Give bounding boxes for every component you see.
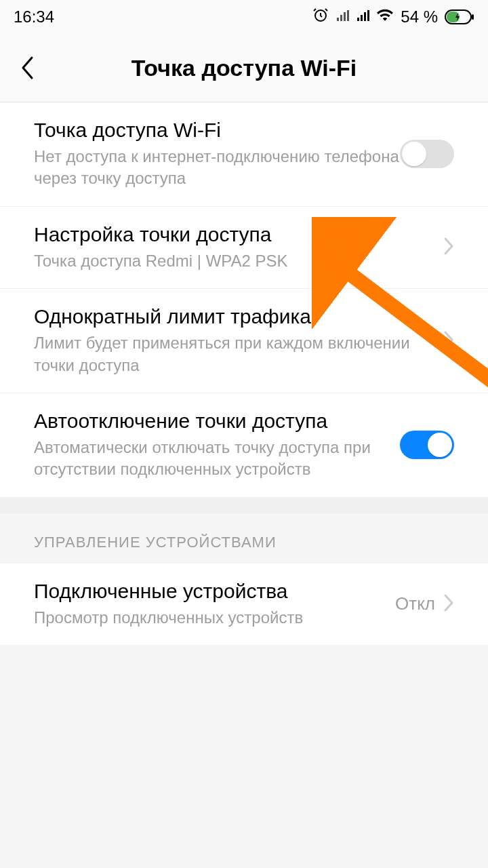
chevron-right-icon: [443, 330, 454, 352]
traffic-limit-subtitle: Лимит будет применяться при каждом включ…: [34, 332, 443, 376]
hotspot-toggle[interactable]: [400, 140, 454, 168]
hotspot-setup-subtitle: Точка доступа Redmi | WPA2 PSK: [34, 250, 443, 272]
row-auto-disable[interactable]: Автоотключение точки доступа Автоматичес…: [0, 393, 488, 497]
hotspot-subtitle: Нет доступа к интернет-подключению телеф…: [34, 146, 400, 190]
row-connected-devices[interactable]: Подключенные устройства Просмотр подключ…: [0, 564, 488, 645]
hotspot-setup-title: Настройка точки доступа: [34, 223, 443, 246]
connected-devices-subtitle: Просмотр подключенных устройств: [34, 607, 395, 629]
signal-icon-2: [356, 7, 369, 26]
signal-icon-1: [336, 7, 349, 26]
page-title: Точка доступа Wi-Fi: [41, 55, 447, 81]
section-header-devices-text: УПРАВЛЕНИЕ УСТРОЙСТВАМИ: [34, 534, 454, 551]
traffic-limit-title: Однократный лимит трафика: [34, 305, 443, 328]
alarm-icon: [312, 7, 329, 27]
connected-devices-title: Подключенные устройства: [34, 580, 395, 603]
row-hotspot-setup[interactable]: Настройка точки доступа Точка доступа Re…: [0, 207, 488, 289]
settings-section: Точка доступа Wi-Fi Нет доступа к интерн…: [0, 102, 488, 497]
row-hotspot-toggle[interactable]: Точка доступа Wi-Fi Нет доступа к интерн…: [0, 102, 488, 207]
status-bar: 16:34 54 %: [0, 0, 488, 34]
section-gap: [0, 497, 488, 513]
page-header: Точка доступа Wi-Fi: [0, 34, 488, 102]
svg-rect-2: [472, 14, 474, 20]
hotspot-title: Точка доступа Wi-Fi: [34, 119, 400, 142]
wifi-icon: [376, 6, 394, 28]
devices-section: Подключенные устройства Просмотр подключ…: [0, 564, 488, 645]
section-header-devices: УПРАВЛЕНИЕ УСТРОЙСТВАМИ: [0, 513, 488, 564]
status-right: 54 %: [312, 6, 474, 28]
battery-percent: 54 %: [401, 7, 438, 26]
auto-disable-title: Автоотключение точки доступа: [34, 410, 400, 433]
connected-devices-value: Откл: [395, 593, 435, 614]
back-button[interactable]: [14, 54, 41, 81]
auto-disable-toggle[interactable]: [400, 431, 454, 459]
chevron-right-icon: [443, 593, 454, 615]
status-time: 16:34: [14, 7, 54, 26]
row-traffic-limit[interactable]: Однократный лимит трафика Лимит будет пр…: [0, 289, 488, 393]
auto-disable-subtitle: Автоматически отключать точку доступа пр…: [34, 437, 400, 481]
chevron-right-icon: [443, 237, 454, 258]
battery-charging-icon: [445, 9, 474, 24]
